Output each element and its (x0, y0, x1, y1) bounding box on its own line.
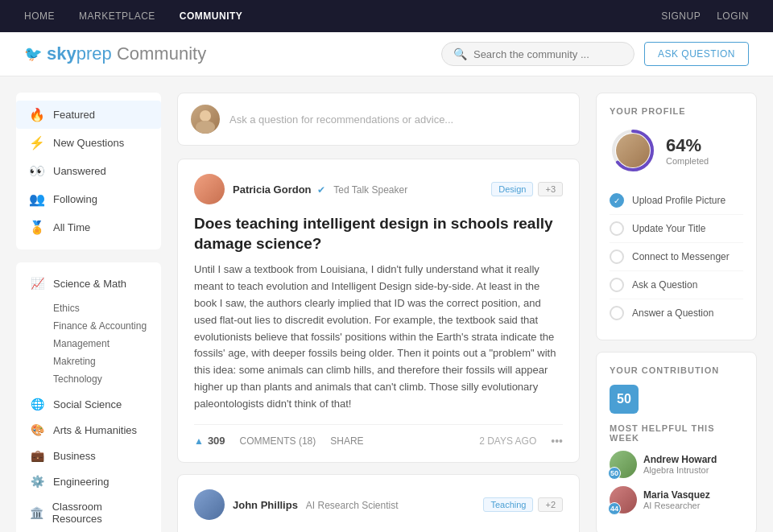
andrew-avatar-container: 50 (610, 451, 637, 478)
sidebar-main-section: 🔥 Featured ⚡ New Questions 👀 Uanswered 👥… (16, 93, 161, 250)
post-1-share-button[interactable]: SHARE (330, 435, 363, 447)
nav-login[interactable]: LOGIN (717, 10, 749, 22)
business-label: Business (53, 450, 96, 462)
post-2-meta: John Phillips AI Research Scientist (233, 498, 475, 511)
sidebar-item-social-science[interactable]: 🌐 Social Science (16, 391, 161, 417)
lightning-icon: ⚡ (29, 135, 45, 151)
andrew-name: Andrew Howard (643, 454, 743, 465)
profile-progress: 64% Completed (610, 127, 743, 174)
nav-home[interactable]: HOME (24, 10, 55, 22)
contribution-title: YOUR CONTRIBUTION (610, 365, 743, 375)
search-bar[interactable]: 🔍 (441, 42, 635, 66)
post-2-title[interactable]: What should we stop teaching younger peo… (194, 530, 563, 532)
ask-question-button[interactable]: ASK QUESTION (644, 42, 749, 66)
progress-circle (610, 127, 656, 174)
sub-finance[interactable]: Finance & Accounting (53, 317, 161, 335)
andrew-info: Andrew Howard Algebra Intrustor (643, 454, 743, 475)
check-icon-title (610, 221, 624, 236)
checklist-item-connect-messenger[interactable]: Connect to Messenger (610, 243, 743, 271)
post-1-tag-more[interactable]: +3 (538, 182, 563, 196)
science-math-label: Science & Math (53, 278, 126, 290)
checklist-item-answer-question[interactable]: Answer a Question (610, 299, 743, 327)
maria-role: AI Researcher (643, 501, 743, 510)
sub-marketing[interactable]: Makreting (53, 353, 161, 370)
sidebar-item-business[interactable]: 💼 Business (16, 443, 161, 468)
profile-percent: 64% (666, 135, 709, 156)
checklist-item-upload-picture[interactable]: ✓ Upload Profile Picture (610, 187, 743, 215)
search-input[interactable] (473, 48, 622, 60)
sidebar-unanswered-label: Uanswered (53, 165, 106, 177)
fire-icon: 🔥 (29, 107, 45, 122)
post-2-tag-teaching[interactable]: Teaching (483, 497, 533, 512)
site-header: 🐦 skyprep Community 🔍 ASK QUESTION (0, 32, 773, 76)
post-1-more-options-icon[interactable]: ••• (551, 435, 563, 447)
checklist-answer-label: Answer a Question (632, 307, 713, 319)
user-avatar (191, 105, 220, 134)
profile-progress-text: 64% Completed (666, 135, 709, 166)
helpful-title: MOST HELPFUL THIS WEEK (610, 423, 743, 443)
engineering-label: Engineering (53, 476, 109, 488)
sidebar-item-featured[interactable]: 🔥 Featured (16, 101, 161, 129)
checklist-item-ask-question[interactable]: Ask a Question (610, 271, 743, 299)
medal-icon: 🏅 (29, 220, 45, 235)
post-1-tags: Design +3 (491, 182, 563, 196)
sidebar-item-following[interactable]: 👥 Following (16, 185, 161, 213)
profile-avatar-circle (616, 134, 650, 167)
check-icon-answer (610, 306, 624, 320)
checklist: ✓ Upload Profile Picture Update Your Tit… (610, 187, 743, 327)
post-card-2: John Phillips AI Research Scientist Teac… (177, 474, 580, 532)
top-nav-right: SIGNUP LOGIN (661, 10, 749, 22)
sidebar-item-unanswered[interactable]: 👀 Uanswered (16, 157, 161, 185)
checklist-item-update-title[interactable]: Update Your Title (610, 215, 743, 243)
top-navigation: HOME MARKETPLACE COMMUNITY SIGNUP LOGIN (0, 0, 773, 32)
checklist-messenger-label: Connect to Messenger (632, 251, 730, 262)
sidebar-item-new-questions[interactable]: ⚡ New Questions (16, 129, 161, 157)
nav-community[interactable]: COMMUNITY (180, 10, 243, 22)
logo-community: Community (117, 43, 206, 64)
sidebar-item-engineering[interactable]: ⚙️ Engineering (16, 468, 161, 494)
main-content: Ask a question for recommendations or ad… (177, 93, 580, 532)
profile-card-title: YOUR PROFILE (610, 106, 743, 116)
post-1-comments-button[interactable]: COMMENTS (18) (240, 435, 316, 447)
sidebar-item-science-math[interactable]: 📈 Science & Math (16, 270, 161, 296)
maria-name: Maria Vasquez (643, 489, 743, 501)
social-science-label: Social Science (53, 398, 122, 410)
sub-management[interactable]: Management (53, 335, 161, 353)
sub-technology[interactable]: Technology (53, 370, 161, 388)
right-panel: YOUR PROFILE 64% Completed ✓ Upload (596, 93, 757, 532)
nav-marketplace[interactable]: MARKETPLACE (79, 10, 155, 22)
checklist-title-label: Update Your Title (632, 223, 705, 234)
ask-box[interactable]: Ask a question for recommendations or ad… (177, 93, 580, 146)
upvote-arrow-icon: ▲ (194, 435, 204, 447)
logo-bird-icon: 🐦 (24, 45, 42, 63)
post-2-tag-more[interactable]: +2 (538, 497, 563, 512)
post-1-meta: Patricia Gordon ✔ Ted Talk Speaker (233, 183, 483, 196)
building-icon: 🏛️ (29, 506, 44, 519)
sidebar-item-classroom-resources[interactable]: 🏛️ Classroom Resources (16, 494, 161, 531)
sub-ethics[interactable]: Ethics (53, 299, 161, 317)
science-math-subitems: Ethics Finance & Accounting Management M… (16, 296, 161, 391)
classroom-resources-label: Classroom Resources (52, 501, 148, 525)
post-1-tag-design[interactable]: Design (491, 182, 533, 196)
main-layout: 🔥 Featured ⚡ New Questions 👀 Uanswered 👥… (0, 76, 773, 532)
search-icon: 🔍 (453, 47, 467, 60)
svg-point-0 (200, 110, 211, 122)
profile-card: YOUR PROFILE 64% Completed ✓ Upload (596, 93, 757, 340)
post-1-title[interactable]: Does teaching intelligent design in scho… (194, 214, 563, 254)
post-1-avatar (194, 174, 225, 204)
logo-prep: prep (76, 43, 112, 64)
sidebar-item-arts-humanities[interactable]: 🎨 Arts & Humanities (16, 417, 161, 443)
nav-signup[interactable]: SIGNUP (661, 10, 701, 22)
post-1-vote-button[interactable]: ▲ 309 (194, 435, 225, 447)
sidebar-item-all-time[interactable]: 🏅 All Time (16, 213, 161, 241)
eyes-icon: 👀 (29, 163, 45, 179)
logo-sky: sky (47, 43, 76, 64)
svg-point-1 (196, 121, 215, 134)
post-2-header: John Phillips AI Research Scientist Teac… (194, 489, 563, 520)
post-1-footer: ▲ 309 COMMENTS (18) SHARE 2 DAYS AGO ••• (194, 424, 563, 447)
post-1-role: Ted Talk Speaker (333, 184, 407, 196)
post-1-vote-count: 309 (208, 435, 225, 447)
post-1-verified-icon: ✔ (317, 184, 325, 196)
sidebar: 🔥 Featured ⚡ New Questions 👀 Uanswered 👥… (16, 93, 161, 532)
check-icon-messenger (610, 250, 624, 264)
